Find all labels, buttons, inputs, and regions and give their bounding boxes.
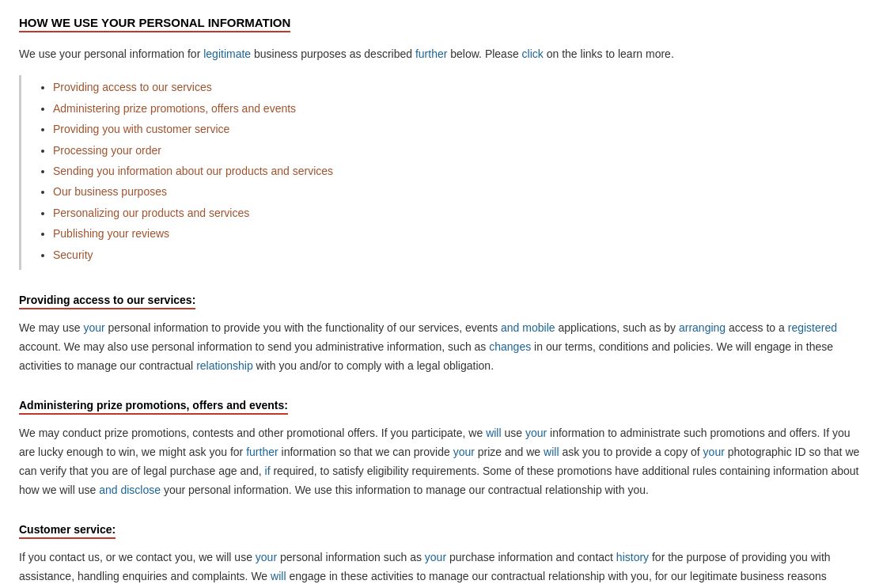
toc-link-2[interactable]: Administering prize promotions, offers a… bbox=[53, 102, 296, 115]
page-title: HOW WE USE YOUR PERSONAL INFORMATION bbox=[19, 16, 290, 32]
list-item: Providing access to our services bbox=[53, 78, 860, 96]
link-history[interactable]: history bbox=[616, 551, 649, 563]
section-heading-prize-promotions: Administering prize promotions, offers a… bbox=[19, 399, 288, 415]
section-text-customer-service: If you contact us, or we contact you, we… bbox=[19, 548, 860, 588]
toc-link-8[interactable]: Publishing your reviews bbox=[53, 227, 169, 240]
link-relationship[interactable]: relationship bbox=[196, 359, 253, 372]
list-item: Sending you information about our produc… bbox=[53, 162, 860, 180]
list-item: Processing your order bbox=[53, 142, 860, 159]
highlight-your: personal information bbox=[84, 47, 184, 60]
section-heading-customer-service: Customer service: bbox=[19, 523, 116, 539]
link-mobile[interactable]: mobile bbox=[522, 321, 555, 334]
toc-link-6[interactable]: Our business purposes bbox=[53, 185, 167, 198]
hl-will3: will bbox=[271, 570, 286, 582]
link-further2[interactable]: further bbox=[246, 446, 278, 458]
toc-link-9[interactable]: Security bbox=[53, 248, 93, 261]
link-changes[interactable]: changes bbox=[489, 340, 531, 353]
toc-link-5[interactable]: Sending you information about our produc… bbox=[53, 165, 333, 177]
toc-link-7[interactable]: Personalizing our products and services bbox=[53, 207, 249, 219]
hl-your5: your bbox=[256, 551, 277, 563]
link-disclose[interactable]: disclose bbox=[120, 484, 161, 496]
toc-link-1[interactable]: Providing access to our services bbox=[53, 81, 212, 93]
list-item: Personalizing our products and services bbox=[53, 204, 860, 222]
intro-paragraph: We use your personal information for leg… bbox=[19, 45, 860, 63]
section-text-providing-access: We may use your personal information to … bbox=[19, 319, 860, 375]
section-providing-access: Providing access to our services: We may… bbox=[19, 289, 860, 375]
list-item: Security bbox=[53, 246, 860, 264]
section-prize-promotions: Administering prize promotions, offers a… bbox=[19, 394, 860, 499]
hl-will: will bbox=[486, 427, 501, 439]
hl-your3: your bbox=[453, 446, 475, 458]
link-registered[interactable]: registered bbox=[788, 321, 837, 334]
list-item: Administering prize promotions, offers a… bbox=[53, 100, 860, 117]
toc-link-4[interactable]: Processing your order bbox=[53, 144, 161, 157]
hl-and2: and bbox=[99, 484, 117, 496]
section-customer-service: Customer service: If you contact us, or … bbox=[19, 518, 860, 588]
section-text-prize-promotions: We may conduct prize promotions, contest… bbox=[19, 424, 860, 499]
link-legitimate[interactable]: legitimate bbox=[203, 47, 251, 60]
list-item: Providing you with customer service bbox=[53, 120, 860, 138]
section-heading-providing-access: Providing access to our services: bbox=[19, 294, 195, 309]
table-of-contents: Providing access to our services Adminis… bbox=[19, 75, 860, 270]
hl-your4: your bbox=[703, 446, 725, 458]
hl-if: if bbox=[265, 465, 271, 477]
hl-your: your bbox=[83, 321, 104, 334]
link-click[interactable]: click bbox=[522, 47, 544, 60]
link-arranging[interactable]: arranging bbox=[679, 321, 726, 334]
link-further[interactable]: further bbox=[415, 47, 447, 60]
list-item: Publishing your reviews bbox=[53, 225, 860, 242]
hl-your6: your bbox=[425, 551, 446, 563]
hl-your2: your bbox=[525, 427, 547, 439]
toc-link-3[interactable]: Providing you with customer service bbox=[53, 123, 229, 135]
hl-will2: will bbox=[544, 446, 559, 458]
hl-and: and bbox=[501, 321, 519, 334]
list-item: Our business purposes bbox=[53, 183, 860, 200]
